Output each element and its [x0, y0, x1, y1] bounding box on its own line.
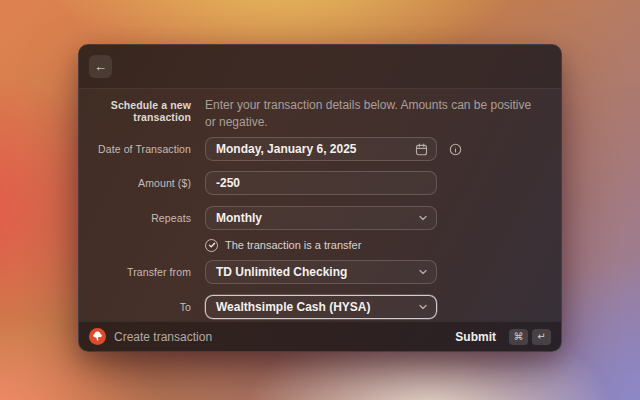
- repeats-row: Repeats Monthly: [95, 206, 545, 230]
- transfer-checkbox-label: The transaction is a transfer: [225, 239, 361, 251]
- repeats-select[interactable]: Monthly: [205, 206, 437, 230]
- amount-row: Amount ($): [95, 171, 545, 195]
- transfer-from-row: Transfer from TD Unlimited Checking: [95, 260, 545, 284]
- date-row: Date of Transaction: [95, 137, 545, 161]
- section-description: Enter your transaction details below. Am…: [205, 97, 545, 131]
- repeats-label: Repeats: [95, 212, 191, 224]
- amount-field: [205, 171, 437, 195]
- transfer-checkbox-row[interactable]: The transaction is a transfer: [205, 238, 545, 252]
- transfer-from-label: Transfer from: [95, 266, 191, 278]
- command-key-icon: ⌘: [509, 329, 528, 345]
- amount-input[interactable]: [206, 172, 436, 194]
- repeats-value: Monthly: [216, 211, 262, 225]
- back-arrow-icon: ←: [94, 60, 107, 73]
- schedule-transaction-dialog: ← Schedule a new transaction Enter your …: [78, 44, 562, 352]
- submit-label: Submit: [455, 330, 496, 344]
- chevron-down-icon: [418, 267, 428, 277]
- dialog-header: ←: [79, 45, 561, 89]
- footer-action-info: Create transaction: [89, 328, 212, 345]
- chevron-down-icon: [418, 213, 428, 223]
- amount-label: Amount ($): [95, 177, 191, 189]
- date-label: Date of Transaction: [95, 143, 191, 155]
- transfer-from-value: TD Unlimited Checking: [216, 265, 347, 279]
- app-logo-tree-icon: [89, 328, 106, 345]
- chevron-down-icon: [418, 302, 428, 312]
- dialog-footer: Create transaction Submit ⌘ ↵: [79, 321, 561, 351]
- section-title: Schedule a new transaction: [95, 97, 191, 123]
- transfer-from-select[interactable]: TD Unlimited Checking: [205, 260, 437, 284]
- transfer-checkbox[interactable]: [205, 239, 218, 252]
- return-key-icon: ↵: [532, 329, 551, 345]
- check-icon: [208, 241, 216, 249]
- back-button[interactable]: ←: [89, 55, 112, 78]
- to-select[interactable]: Wealthsimple Cash (HYSA): [205, 295, 437, 319]
- date-field: [205, 137, 437, 161]
- submit-button[interactable]: Submit ⌘ ↵: [455, 329, 551, 345]
- date-input[interactable]: [206, 138, 415, 160]
- footer-action-label: Create transaction: [114, 330, 212, 344]
- dialog-content: Schedule a new transaction Enter your tr…: [79, 89, 561, 321]
- info-icon[interactable]: [449, 143, 545, 156]
- section-intro-row: Schedule a new transaction Enter your tr…: [95, 97, 545, 131]
- to-label: To: [95, 301, 191, 313]
- to-value: Wealthsimple Cash (HYSA): [216, 300, 370, 314]
- transfer-to-row: To Wealthsimple Cash (HYSA): [95, 295, 545, 319]
- calendar-icon[interactable]: [415, 143, 436, 156]
